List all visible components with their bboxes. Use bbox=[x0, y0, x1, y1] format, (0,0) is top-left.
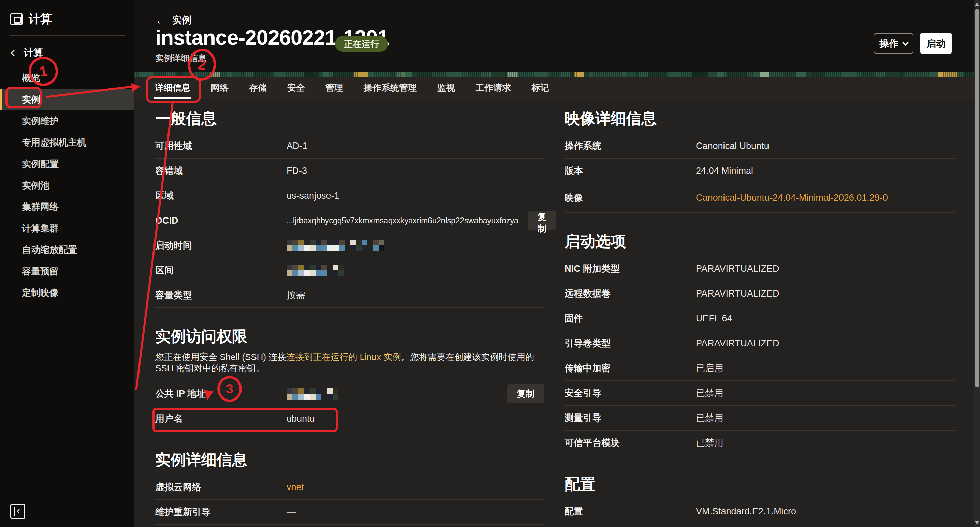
redaction-pixel bbox=[315, 388, 321, 394]
chevron-down-icon bbox=[902, 39, 908, 45]
field-row: 容错域FD-3 bbox=[155, 159, 544, 183]
sidebar-item[interactable]: 定制映像 bbox=[0, 282, 134, 303]
redaction-pixel bbox=[292, 265, 298, 270]
redaction-pixel bbox=[321, 240, 327, 245]
field-label: 映像 bbox=[565, 192, 696, 204]
banner-pattern bbox=[760, 71, 769, 77]
redaction-pixel bbox=[361, 245, 368, 251]
field-label: 可信平台模块 bbox=[565, 437, 696, 449]
redaction-pixel bbox=[304, 270, 310, 276]
field-label: 区域 bbox=[155, 189, 286, 202]
scrollbar-thumb[interactable] bbox=[975, 9, 979, 387]
chevron-left-icon bbox=[11, 50, 17, 56]
redaction-pixel bbox=[298, 240, 304, 245]
banner-pattern bbox=[938, 71, 957, 77]
vertical-scrollbar[interactable] bbox=[974, 0, 980, 527]
field-label: 可用性域 bbox=[155, 140, 286, 152]
copy-button[interactable]: 复制 bbox=[528, 211, 556, 230]
field-value: 已禁用 bbox=[696, 387, 724, 399]
sidebar-item[interactable]: 自动缩放配置 bbox=[0, 239, 134, 260]
scrollbar-up-arrow-icon[interactable] bbox=[975, 3, 979, 6]
sidebar-item[interactable]: 计算集群 bbox=[0, 217, 134, 239]
value-link[interactable]: vnet bbox=[286, 482, 304, 492]
redaction-block bbox=[286, 265, 327, 276]
redacted-value bbox=[286, 265, 344, 276]
section-intro: 您正在使用安全 Shell (SSH) 连接连接到正在运行的 Linux 实例。… bbox=[155, 351, 539, 374]
value-link[interactable]: Canonical-Ubuntu-24.04-Minimal-2026.01.2… bbox=[696, 193, 888, 203]
field-value: AD-1 bbox=[286, 141, 308, 151]
redaction-pixel bbox=[286, 265, 292, 270]
tab[interactable]: 存储 bbox=[248, 77, 267, 98]
sidebar-header: 计算 bbox=[0, 0, 134, 27]
field-row: 引导卷类型PARAVIRTUALIZED bbox=[565, 331, 955, 356]
redaction-pixel bbox=[292, 245, 298, 251]
sidebar-item[interactable]: 实例 bbox=[0, 89, 134, 110]
redaction-pixel bbox=[310, 388, 315, 394]
tab[interactable]: 工作请求 bbox=[475, 77, 512, 98]
redaction-pixel bbox=[373, 245, 379, 251]
scrollbar-down-arrow-icon[interactable] bbox=[975, 521, 979, 524]
field-row: 传输中加密已启用 bbox=[565, 356, 955, 381]
collapse-sidebar-button[interactable] bbox=[10, 504, 25, 519]
tab[interactable]: 标记 bbox=[531, 77, 550, 98]
redaction-pixel bbox=[338, 265, 344, 270]
copy-button[interactable]: 复制 bbox=[507, 384, 544, 403]
field-label: 用户名 bbox=[155, 413, 286, 425]
field-label: 安全引导 bbox=[565, 387, 696, 399]
redaction-pixel bbox=[298, 245, 304, 251]
section-title: 实例详细信息 bbox=[155, 449, 544, 470]
redaction-pixel bbox=[321, 245, 327, 251]
redaction-pixel bbox=[356, 245, 361, 251]
tab[interactable]: 详细信息 bbox=[154, 77, 191, 98]
redaction-block bbox=[286, 240, 345, 251]
field-row: 版本24.04 Minimal bbox=[565, 159, 955, 183]
redaction-pixel bbox=[310, 394, 315, 400]
back-link-label: 实例 bbox=[172, 14, 191, 27]
tab[interactable]: 操作系统管理 bbox=[363, 77, 417, 98]
redaction-pixel bbox=[327, 240, 333, 245]
section-title: 启动选项 bbox=[565, 231, 955, 252]
start-button[interactable]: 启动 bbox=[920, 33, 952, 54]
sidebar-item[interactable]: 概览 bbox=[0, 67, 134, 89]
sidebar-item[interactable]: 实例维护 bbox=[0, 110, 134, 132]
section-title: 一般信息 bbox=[155, 108, 544, 129]
field-row: 安全引导已禁用 bbox=[565, 381, 955, 406]
field-row: 操作系统Canonical Ubuntu bbox=[565, 133, 955, 159]
tab[interactable]: 管理 bbox=[325, 77, 344, 98]
field-value: — bbox=[286, 507, 296, 517]
actions-button[interactable]: 操作 bbox=[873, 33, 913, 54]
field-value: 已启用 bbox=[696, 362, 724, 374]
redaction-pixel bbox=[298, 265, 304, 270]
redacted-value bbox=[286, 240, 384, 251]
field-label: 版本 bbox=[565, 165, 696, 177]
redaction-block bbox=[332, 265, 344, 276]
field-value: FD-3 bbox=[286, 166, 307, 176]
redaction-block bbox=[286, 388, 321, 400]
sidebar-item[interactable]: 集群网络 bbox=[0, 196, 134, 217]
sidebar-item[interactable]: 实例配置 bbox=[0, 153, 134, 175]
redaction-pixel bbox=[332, 270, 338, 276]
field-label: OCID bbox=[155, 216, 286, 226]
field-value: UEFI_64 bbox=[696, 313, 732, 324]
field-label: 虚拟云网络 bbox=[155, 481, 286, 493]
tab[interactable]: 网络 bbox=[210, 77, 229, 98]
sidebar-nav: 概览实例实例维护专用虚拟机主机实例配置实例池集群网络计算集群自动缩放配置容量预留… bbox=[0, 67, 134, 303]
back-link[interactable]: ← 实例 bbox=[155, 14, 191, 27]
sidebar-back-nav[interactable]: 计算 bbox=[11, 46, 134, 60]
sidebar-item[interactable]: 实例池 bbox=[0, 175, 134, 196]
redaction-pixel bbox=[333, 240, 339, 245]
redaction-pixel bbox=[339, 240, 345, 245]
banner-pattern bbox=[304, 71, 319, 77]
sidebar-item[interactable]: 专用虚拟机主机 bbox=[0, 132, 134, 153]
decorative-banner bbox=[134, 71, 980, 77]
section-title: 实例访问权限 bbox=[155, 326, 544, 347]
tab[interactable]: 监视 bbox=[437, 77, 456, 98]
redaction-pixel bbox=[310, 245, 315, 251]
redaction-pixel bbox=[286, 270, 292, 276]
tab[interactable]: 安全 bbox=[286, 77, 305, 98]
field-value: 24.04 Minimal bbox=[696, 166, 753, 176]
connect-linux-link[interactable]: 连接到正在运行的 Linux 实例 bbox=[286, 352, 401, 362]
content: 一般信息可用性域AD-1容错域FD-3区域us-sanjose-1OCID...… bbox=[134, 99, 980, 527]
sidebar-item[interactable]: 容量预留 bbox=[0, 260, 134, 282]
redaction-pixel bbox=[286, 245, 292, 251]
